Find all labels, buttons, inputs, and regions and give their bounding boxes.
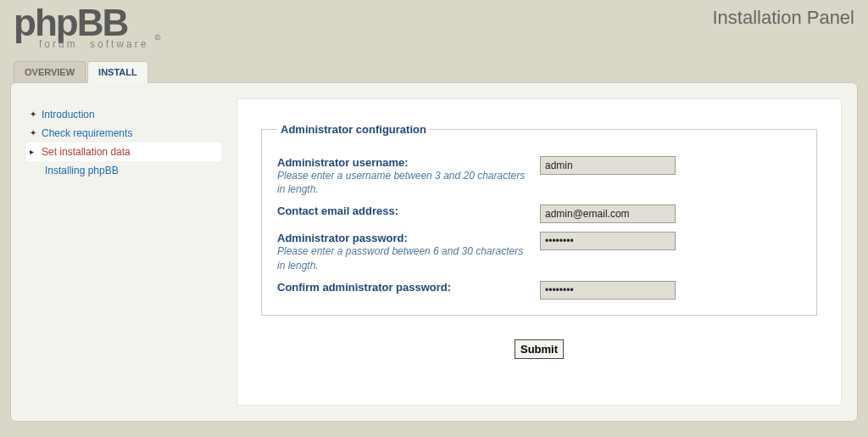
sidebar-item-installing-phpbb[interactable]: Installing phpBB [26,161,221,180]
svg-text:forum: forum [39,38,78,50]
confirm-input[interactable] [540,281,676,300]
field-row-password: Administrator password: Please enter a p… [277,232,801,272]
username-label: Administrator username: [277,156,526,169]
confirm-label: Confirm administrator password: [277,281,526,294]
sidebar-item-label: Introduction [42,109,95,120]
arrow-icon: ▸ [30,147,34,156]
sidebar-item-check-requirements[interactable]: ✦ Check requirements [26,124,221,143]
sidebar-item-introduction[interactable]: ✦ Introduction [26,105,221,124]
username-input[interactable] [540,156,676,175]
tab-overview[interactable]: OVERVIEW [14,61,86,82]
sidebar-item-label: Installing phpBB [45,165,119,176]
field-row-email: Contact email address: [277,204,801,223]
sidebar-item-label: Check requirements [42,127,132,139]
sidebar-item-set-installation-data[interactable]: ▸ Set installation data [26,143,221,161]
password-label: Administrator password: [277,232,526,244]
check-icon: ✦ [30,128,36,137]
password-hint: Please enter a password between 6 and 30… [277,244,526,272]
field-row-confirm: Confirm administrator password: [277,281,801,300]
panel-title: Installation Panel [712,0,854,29]
logo: phpBB R forum software [14,0,166,56]
sidebar-item-label: Set installation data [42,146,131,158]
main-content: Administrator configuration Administrato… [236,98,842,406]
svg-text:software: software [90,38,148,50]
username-hint: Please enter a username between 3 and 20… [277,169,526,196]
tab-install[interactable]: INSTALL [87,61,148,83]
email-label: Contact email address: [277,204,526,217]
tabs: OVERVIEW INSTALL [10,61,858,82]
svg-text:phpBB: phpBB [14,2,127,43]
email-input[interactable] [540,204,676,223]
fieldset-legend: Administrator configuration [277,123,430,136]
field-row-username: Administrator username: Please enter a u… [277,156,801,196]
admin-config-fieldset: Administrator configuration Administrato… [261,123,817,316]
password-input[interactable] [540,232,676,250]
submit-button[interactable] [515,339,564,359]
check-icon: ✦ [30,109,36,119]
sidebar: ✦ Introduction ✦ Check requirements ▸ Se… [26,98,221,406]
